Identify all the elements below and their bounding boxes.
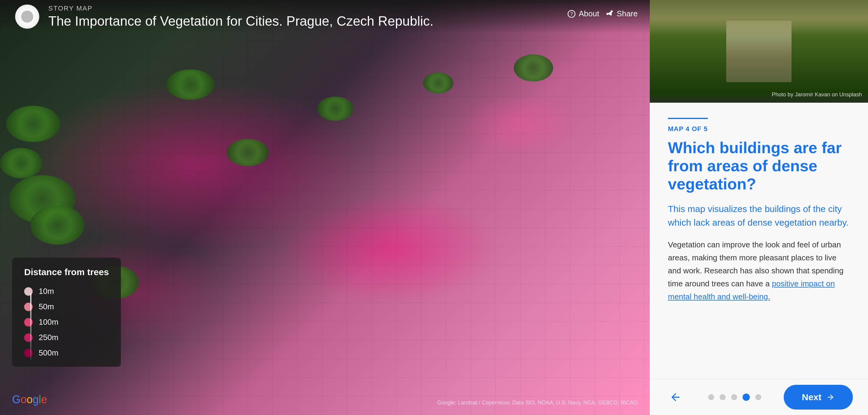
map-attribution: Google; Landsat / Copernicus; Data SIO, … bbox=[437, 400, 638, 406]
story-map-label: STORY MAP bbox=[49, 4, 433, 12]
tree-patch bbox=[227, 139, 269, 166]
app-container: STORY MAP The Importance of Vegetation f… bbox=[0, 0, 868, 415]
google-g: G bbox=[12, 393, 21, 406]
google-l: l bbox=[39, 393, 41, 406]
tree-patch bbox=[423, 72, 453, 94]
sidebar-heading: Which buildings are far from areas of de… bbox=[668, 139, 850, 193]
google-logo: Google bbox=[12, 393, 47, 406]
google-o2: o bbox=[27, 393, 33, 406]
legend-label-50m: 50m bbox=[39, 302, 54, 311]
list-item: 500m bbox=[24, 348, 109, 358]
logo-circle bbox=[15, 4, 39, 29]
share-button[interactable]: Share bbox=[606, 9, 638, 19]
map-section: STORY MAP The Importance of Vegetation f… bbox=[0, 0, 650, 415]
pagination-dot-1 bbox=[708, 394, 714, 400]
google-g2: g bbox=[33, 393, 39, 406]
photo-credit: Photo by Jaromír Kavan on Unsplash bbox=[772, 92, 862, 98]
sidebar-hero-image: Photo by Jaromír Kavan on Unsplash bbox=[650, 0, 868, 103]
map-counter: MAP 4 OF 5 bbox=[668, 118, 708, 133]
next-button[interactable]: Next bbox=[784, 385, 853, 410]
legend-label-500m: 500m bbox=[39, 348, 58, 358]
next-label: Next bbox=[802, 392, 822, 402]
list-item: 100m bbox=[24, 317, 109, 327]
pagination-dots bbox=[708, 393, 761, 401]
pagination-dot-3 bbox=[731, 394, 737, 400]
tree-patch bbox=[166, 69, 215, 100]
sidebar-body: Vegetation can improve the look and feel… bbox=[668, 238, 850, 303]
pagination-dot-4 bbox=[743, 393, 750, 401]
sidebar-content: MAP 4 OF 5 Which buildings are far from … bbox=[650, 103, 868, 379]
google-e: e bbox=[41, 393, 47, 406]
legend-label-100m: 100m bbox=[39, 317, 58, 327]
sky-overlay bbox=[650, 0, 868, 36]
map-top-right-controls: ? About Share bbox=[555, 0, 650, 28]
pagination-dot-2 bbox=[720, 394, 726, 400]
legend-line bbox=[30, 293, 31, 360]
sidebar-subtitle: This map visualizes the buildings of the… bbox=[668, 202, 850, 229]
list-item: 50m bbox=[24, 302, 109, 311]
about-button[interactable]: ? About bbox=[567, 9, 599, 19]
tree-patch bbox=[30, 205, 85, 245]
google-o1: o bbox=[21, 393, 27, 406]
share-icon bbox=[606, 10, 614, 18]
legend-title: Distance from trees bbox=[24, 267, 109, 278]
pagination-dot-5 bbox=[755, 394, 761, 400]
header-text: STORY MAP The Importance of Vegetation f… bbox=[49, 4, 433, 29]
map-legend: Distance from trees 10m 50m 100m 250m bbox=[12, 258, 121, 367]
list-item: 250m bbox=[24, 333, 109, 342]
about-label: About bbox=[579, 9, 599, 19]
map-header: STORY MAP The Importance of Vegetation f… bbox=[0, 0, 650, 33]
tree-patch bbox=[6, 106, 60, 142]
share-label: Share bbox=[617, 9, 638, 19]
arrow-left-icon bbox=[670, 391, 682, 403]
info-icon: ? bbox=[567, 10, 576, 18]
legend-items: 10m 50m 100m 250m 500m bbox=[24, 287, 109, 358]
tree-patch bbox=[317, 97, 353, 121]
back-button[interactable] bbox=[665, 387, 686, 408]
sidebar: Photo by Jaromír Kavan on Unsplash MAP 4… bbox=[650, 0, 868, 415]
tree-patch bbox=[514, 54, 553, 82]
list-item: 10m bbox=[24, 287, 109, 296]
arrow-right-icon bbox=[826, 393, 835, 402]
legend-label-250m: 250m bbox=[39, 333, 58, 342]
svg-text:?: ? bbox=[570, 11, 573, 16]
logo-inner bbox=[21, 10, 33, 23]
legend-label-10m: 10m bbox=[39, 287, 54, 296]
tree-patch bbox=[0, 148, 42, 178]
sidebar-bottom-nav: Next bbox=[650, 379, 868, 415]
story-map-title: The Importance of Vegetation for Cities.… bbox=[49, 13, 433, 29]
